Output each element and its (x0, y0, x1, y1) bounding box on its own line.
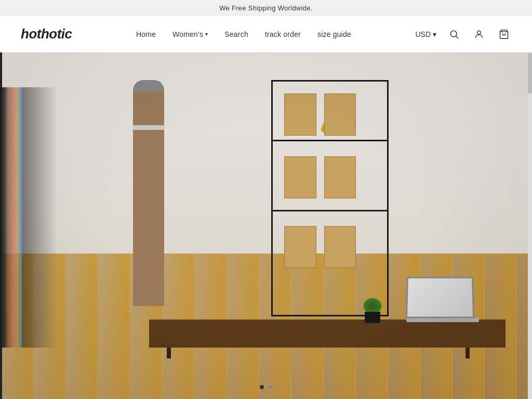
carousel-dot-2[interactable] (268, 385, 272, 389)
search-button[interactable] (447, 27, 461, 42)
currency-value: USD (415, 30, 431, 38)
nav-womens[interactable]: Women's ▾ (172, 30, 208, 38)
account-icon (474, 29, 484, 39)
scrollbar-track[interactable] (528, 52, 532, 399)
carousel-dots (260, 385, 272, 389)
nav-icons: USD ▾ (415, 27, 511, 42)
carousel-dot-1[interactable] (260, 385, 264, 389)
chevron-down-icon: ▾ (205, 31, 208, 37)
hero-image (0, 52, 532, 399)
logo[interactable]: hothotic (21, 26, 72, 42)
svg-line-1 (456, 36, 459, 38)
account-button[interactable] (472, 27, 486, 42)
nav-search-link[interactable]: Search (224, 30, 248, 38)
hero-section (0, 52, 532, 399)
currency-chevron-icon: ▾ (433, 30, 436, 38)
search-icon (449, 29, 459, 39)
svg-point-2 (477, 31, 481, 34)
currency-selector[interactable]: USD ▾ (415, 30, 436, 38)
announcement-text: We Free Shipping Worldwide. (219, 4, 313, 12)
svg-point-0 (450, 31, 457, 37)
main-nav: Home Women's ▾ Search track order size g… (136, 30, 351, 39)
nav-home[interactable]: Home (136, 30, 156, 38)
cart-button[interactable] (497, 27, 511, 42)
announcement-bar: We Free Shipping Worldwide. (0, 0, 532, 16)
header: hothotic Home Women's ▾ Search track ord… (0, 16, 532, 52)
image-overlay (0, 52, 532, 399)
nav-track-order[interactable]: track order (265, 30, 301, 38)
cart-icon (499, 29, 509, 39)
scrollbar-thumb[interactable] (528, 52, 532, 94)
nav-size-guide[interactable]: size guide (317, 30, 351, 38)
